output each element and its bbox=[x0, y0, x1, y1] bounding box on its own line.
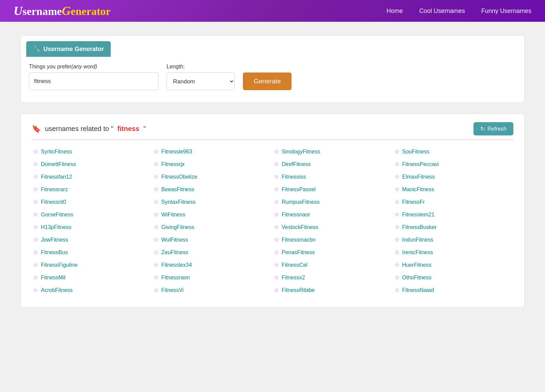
star-icon[interactable]: ☆ bbox=[394, 186, 400, 193]
username-link[interactable]: GorseFitness bbox=[41, 212, 73, 218]
username-link[interactable]: Fitnessraon bbox=[161, 275, 190, 281]
star-icon[interactable]: ☆ bbox=[154, 198, 159, 206]
star-icon[interactable]: ☆ bbox=[274, 249, 279, 256]
star-icon[interactable]: ☆ bbox=[33, 198, 38, 206]
username-link[interactable]: Fitnessiss bbox=[282, 174, 306, 180]
username-link[interactable]: Fitnessrjx bbox=[161, 161, 185, 167]
username-link[interactable]: BeeasFitness bbox=[161, 186, 194, 193]
generate-button[interactable]: Generate bbox=[243, 72, 292, 90]
username-link[interactable]: HuerFitness bbox=[402, 262, 432, 268]
username-link[interactable]: FitnessPeccavi bbox=[402, 161, 439, 167]
star-icon[interactable]: ☆ bbox=[274, 236, 279, 243]
star-icon[interactable]: ☆ bbox=[33, 261, 38, 268]
star-icon[interactable]: ☆ bbox=[154, 161, 159, 168]
star-icon[interactable]: ☆ bbox=[394, 274, 400, 281]
username-link[interactable]: FitnessBusker bbox=[402, 224, 437, 230]
username-link[interactable]: ZeuFitness bbox=[161, 249, 188, 256]
username-link[interactable]: Fitnessfan12 bbox=[41, 174, 72, 180]
username-link[interactable]: SouFitness bbox=[402, 149, 430, 155]
star-icon[interactable]: ☆ bbox=[33, 224, 38, 231]
username-link[interactable]: Fitnesslex34 bbox=[161, 262, 192, 268]
star-icon[interactable]: ☆ bbox=[274, 274, 279, 281]
username-link[interactable]: VestockFitness bbox=[282, 224, 318, 230]
star-icon[interactable]: ☆ bbox=[394, 173, 400, 180]
star-icon[interactable]: ☆ bbox=[154, 249, 159, 256]
username-link[interactable]: SyrticFitness bbox=[41, 149, 72, 155]
username-link[interactable]: FitnessRibibe bbox=[282, 287, 315, 293]
star-icon[interactable]: ☆ bbox=[394, 249, 400, 256]
username-link[interactable]: Fitnesslem21 bbox=[402, 212, 435, 218]
star-icon[interactable]: ☆ bbox=[33, 148, 38, 155]
star-icon[interactable]: ☆ bbox=[394, 224, 400, 231]
star-icon[interactable]: ☆ bbox=[274, 186, 279, 193]
username-link[interactable]: FitnessNaiad bbox=[402, 287, 434, 293]
site-logo[interactable]: UsernameGenerator bbox=[14, 4, 111, 18]
star-icon[interactable]: ☆ bbox=[394, 148, 400, 155]
username-link[interactable]: Fitnessle963 bbox=[161, 149, 192, 155]
username-link[interactable]: FitnessFiguline bbox=[41, 262, 78, 268]
username-link[interactable]: WiFitness bbox=[161, 212, 185, 218]
star-icon[interactable]: ☆ bbox=[394, 261, 400, 268]
username-link[interactable]: SyntaxFitness bbox=[161, 199, 196, 205]
star-icon[interactable]: ☆ bbox=[33, 287, 38, 294]
star-icon[interactable]: ☆ bbox=[154, 274, 159, 281]
star-icon[interactable]: ☆ bbox=[274, 173, 279, 180]
username-link[interactable]: PenasFitness bbox=[282, 249, 315, 256]
nav-cool-usernames[interactable]: Cool Usernames bbox=[419, 7, 465, 15]
username-link[interactable]: FitnessBus bbox=[41, 249, 68, 256]
username-link[interactable]: Fitnessmacbn bbox=[282, 237, 316, 243]
star-icon[interactable]: ☆ bbox=[33, 249, 38, 256]
star-icon[interactable]: ☆ bbox=[274, 211, 279, 218]
star-icon[interactable]: ☆ bbox=[154, 148, 159, 155]
star-icon[interactable]: ☆ bbox=[394, 236, 400, 243]
star-icon[interactable]: ☆ bbox=[154, 236, 159, 243]
username-link[interactable]: GivingFitness bbox=[161, 224, 194, 230]
star-icon[interactable]: ☆ bbox=[33, 236, 38, 243]
username-link[interactable]: JowFitness bbox=[41, 237, 68, 243]
star-icon[interactable]: ☆ bbox=[394, 198, 400, 206]
username-link[interactable]: Fitnessrit0 bbox=[41, 199, 66, 205]
username-link[interactable]: AcrobFitness bbox=[41, 287, 73, 293]
username-link[interactable]: H13pFitness bbox=[41, 224, 72, 230]
star-icon[interactable]: ☆ bbox=[274, 148, 279, 155]
star-icon[interactable]: ☆ bbox=[154, 287, 159, 294]
star-icon[interactable]: ☆ bbox=[154, 186, 159, 193]
username-link[interactable]: SinologyFitness bbox=[282, 149, 320, 155]
username-link[interactable]: IndunFitness bbox=[402, 237, 434, 243]
star-icon[interactable]: ☆ bbox=[154, 261, 159, 268]
star-icon[interactable]: ☆ bbox=[33, 274, 38, 281]
star-icon[interactable]: ☆ bbox=[274, 224, 279, 231]
star-icon[interactable]: ☆ bbox=[33, 211, 38, 218]
star-icon[interactable]: ☆ bbox=[154, 224, 159, 231]
username-link[interactable]: OthoFitness bbox=[402, 275, 432, 281]
username-link[interactable]: FitnessPassel bbox=[282, 186, 316, 193]
star-icon[interactable]: ☆ bbox=[394, 211, 400, 218]
username-link[interactable]: FitnessVi bbox=[161, 287, 184, 293]
star-icon[interactable]: ☆ bbox=[154, 173, 159, 180]
username-link[interactable]: FitnessMil bbox=[41, 275, 65, 281]
username-link[interactable]: WulFitness bbox=[161, 237, 188, 243]
username-link[interactable]: ElmaxFitness bbox=[402, 174, 435, 180]
star-icon[interactable]: ☆ bbox=[394, 287, 400, 294]
username-link[interactable]: Fitnessrarz bbox=[41, 186, 68, 193]
username-link[interactable]: RumpusFitness bbox=[282, 199, 320, 205]
username-link[interactable]: FitnessCel bbox=[282, 262, 308, 268]
star-icon[interactable]: ☆ bbox=[274, 287, 279, 294]
username-link[interactable]: DomettFitness bbox=[41, 161, 76, 167]
star-icon[interactable]: ☆ bbox=[274, 198, 279, 206]
star-icon[interactable]: ☆ bbox=[274, 261, 279, 268]
username-link[interactable]: DirefFitness bbox=[282, 161, 311, 167]
star-icon[interactable]: ☆ bbox=[154, 211, 159, 218]
star-icon[interactable]: ☆ bbox=[33, 186, 38, 193]
keyword-input[interactable] bbox=[29, 72, 158, 90]
length-select[interactable]: Random Short Medium Long bbox=[167, 72, 235, 90]
username-link[interactable]: Fitnessx2 bbox=[282, 275, 305, 281]
username-link[interactable]: Fitnessnaor bbox=[282, 212, 310, 218]
username-link[interactable]: ManicFitness bbox=[402, 186, 434, 193]
username-link[interactable]: IrenicFitness bbox=[402, 249, 433, 256]
refresh-button[interactable]: ↻ Refresh bbox=[473, 122, 513, 135]
nav-funny-usernames[interactable]: Funny Usernames bbox=[481, 7, 531, 15]
star-icon[interactable]: ☆ bbox=[394, 161, 400, 168]
username-link[interactable]: FitnessObelize bbox=[161, 174, 198, 180]
username-link[interactable]: FitnessFr bbox=[402, 199, 425, 205]
